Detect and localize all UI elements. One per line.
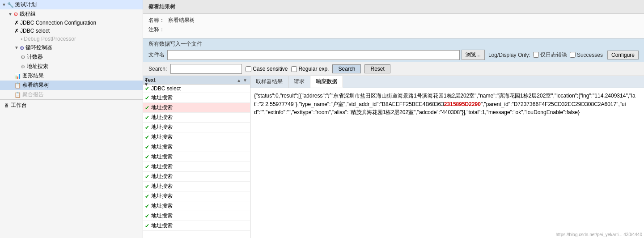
sidebar-item-label: JDBC select xyxy=(20,28,50,34)
sidebar-item-result-graph[interactable]: 📊 图形结果 xyxy=(0,71,143,81)
tree-item-label: 地址搜索 xyxy=(151,222,173,230)
tree-item[interactable]: ✔地址搜索 xyxy=(143,142,250,152)
title-bar: 察看结果树 xyxy=(143,0,644,14)
tab-request[interactable]: 请求 xyxy=(288,76,310,88)
tree-item[interactable]: ✔地址搜索 xyxy=(143,132,250,142)
spacer: ✗ xyxy=(14,28,19,34)
sidebar-item-test-plan[interactable]: ▼ 🔧 测试计划 xyxy=(0,0,143,9)
errors-checkbox-label[interactable]: 仅日志错误 xyxy=(533,51,567,59)
file-input[interactable] xyxy=(167,50,460,60)
toggle-icon[interactable]: ▼ xyxy=(14,45,19,50)
tree-header-text: Text xyxy=(145,77,236,83)
successes-checkbox[interactable] xyxy=(570,52,576,58)
chart-icon: 📊 xyxy=(14,73,21,79)
toggle-icon[interactable]: ▼ xyxy=(8,12,13,17)
tree-item-label: 地址搜索 xyxy=(151,104,173,111)
success-check-icon: ✔ xyxy=(145,115,149,121)
sidebar-item-label: 图形结果 xyxy=(22,72,44,80)
response-highlight: 2315895D2290 xyxy=(444,101,481,107)
tree-item-label: 地址搜索 xyxy=(151,192,173,200)
sidebar-item-loop-controller[interactable]: ▼ ⊕ 循环控制器 xyxy=(0,43,143,52)
sidebar-item-aggregate-report[interactable]: 📋 聚合报告 xyxy=(0,90,143,99)
toggle-icon[interactable]: ▼ xyxy=(2,2,6,7)
tree-item[interactable]: ✔JDBC select xyxy=(143,85,250,93)
sidebar: ▼ 🔧 测试计划 ▼ ⚙ 线程组 ✗ JDBC Connection Confi… xyxy=(0,0,143,238)
tree-item[interactable]: ✔地址搜索 xyxy=(143,93,250,103)
tree-item[interactable]: ✔地址搜索 xyxy=(143,103,250,113)
case-sensitive-checkbox[interactable] xyxy=(246,66,251,72)
workbench-item[interactable]: 🖥 工作台 xyxy=(0,99,143,111)
tree-items-container: ✔JDBC select✔地址搜索✔地址搜索✔地址搜索✔地址搜索✔地址搜索✔地址… xyxy=(143,85,250,231)
main-panel: 察看结果树 名称： 察看结果树 注释： 所有数据写入一个文件 文件名 浏览...… xyxy=(143,0,644,238)
list-icon: 📋 xyxy=(14,82,21,89)
tree-item[interactable]: ✔地址搜索 xyxy=(143,221,250,231)
tree-item[interactable]: ✔地址搜索 xyxy=(143,201,250,211)
errors-checkbox[interactable] xyxy=(533,52,539,58)
browse-button[interactable]: 浏览... xyxy=(462,50,485,60)
tree-item[interactable]: ✔地址搜索 xyxy=(143,152,250,162)
sidebar-item-jdbc-select[interactable]: ✗ JDBC select xyxy=(0,27,143,35)
split-panel: ▲ ▼ → Text ▲ ▼ ✔JDBC select✔地址搜索✔地址搜索✔地址… xyxy=(143,76,644,238)
workbench-icon: 🖥 xyxy=(4,102,9,109)
tree-item[interactable]: ✔地址搜索 xyxy=(143,113,250,123)
sidebar-item-address-search1[interactable]: ⚙ 地址搜索 xyxy=(0,62,143,71)
search-button[interactable]: Search xyxy=(332,64,361,73)
log-display-label: Log/Display Only: xyxy=(488,52,530,58)
configure-button[interactable]: Configure xyxy=(607,51,639,60)
name-row: 名称： 察看结果树 xyxy=(148,17,639,24)
counter-icon: ⚙ xyxy=(21,54,25,60)
tree-item-label: 地址搜索 xyxy=(151,153,173,161)
tree-item[interactable]: ✔地址搜索 xyxy=(143,162,250,172)
tree-item-label: 地址搜索 xyxy=(151,143,173,151)
sidebar-item-label: 地址搜索 xyxy=(27,63,48,70)
success-check-icon: ✔ xyxy=(145,154,149,160)
success-check-icon: ✔ xyxy=(145,213,149,219)
thread-icon: ⚙ xyxy=(13,11,18,17)
search-input[interactable] xyxy=(170,64,242,74)
form-section: 名称： 察看结果树 注释： xyxy=(143,14,644,38)
spacer: ▪ xyxy=(21,36,22,42)
tree-item-label: JDBC select xyxy=(151,85,181,92)
tab-sampler-result[interactable]: 取样器结果 xyxy=(250,76,288,88)
tree-item-label: 地址搜索 xyxy=(151,163,173,170)
success-check-icon: ✔ xyxy=(145,144,149,150)
success-check-icon: ✔ xyxy=(145,134,149,140)
reset-button[interactable]: Reset xyxy=(364,64,390,73)
case-sensitive-label[interactable]: Case sensitive xyxy=(246,66,288,72)
down-arrow-btn[interactable]: ▼ xyxy=(144,82,148,87)
log-section: Log/Display Only: 仅日志错误 Successes Config… xyxy=(488,51,639,60)
comment-row: 注释： xyxy=(148,26,639,34)
sidebar-item-label: 线程组 xyxy=(20,10,36,18)
success-check-icon: ✔ xyxy=(145,95,149,101)
up-arrow-btn[interactable]: ▲ xyxy=(144,77,148,82)
tree-item[interactable]: ✔地址搜索 xyxy=(143,172,250,182)
tree-item[interactable]: ✔地址搜索 xyxy=(143,182,250,191)
regular-exp-checkbox[interactable] xyxy=(291,66,297,72)
sidebar-item-debug-postprocessor[interactable]: ▪ Debug PostProcessor xyxy=(0,35,143,43)
file-row: 文件名 浏览... Log/Display Only: 仅日志错误 Succes… xyxy=(148,50,639,60)
comment-label: 注释： xyxy=(148,26,165,34)
sidebar-item-result-tree[interactable]: 📋 察看结果树 xyxy=(0,81,143,90)
tree-item-label: 地址搜索 xyxy=(151,183,173,190)
successes-label: Successes xyxy=(577,52,603,58)
sidebar-item-label: 测试计划 xyxy=(15,1,37,8)
tree-collapse-btn[interactable]: ▲ xyxy=(236,78,242,83)
sidebar-item-label: Debug PostProcessor xyxy=(24,36,76,42)
tree-panel: Text ▲ ▼ ✔JDBC select✔地址搜索✔地址搜索✔地址搜索✔地址搜… xyxy=(143,76,250,238)
sidebar-item-label: 聚合报告 xyxy=(22,91,44,98)
sidebar-item-thread-group[interactable]: ▼ ⚙ 线程组 xyxy=(0,9,143,19)
tabs-bar: 取样器结果 请求 响应数据 xyxy=(250,76,644,88)
tree-header: Text ▲ ▼ xyxy=(143,76,250,85)
sidebar-item-counter[interactable]: ⚙ 计数器 xyxy=(0,52,143,62)
successes-checkbox-label[interactable]: Successes xyxy=(570,52,603,58)
sidebar-item-jdbc-connection[interactable]: ✗ JDBC Connection Configuration xyxy=(0,19,143,27)
tree-item-label: 地址搜索 xyxy=(151,202,173,210)
tree-item[interactable]: ✔地址搜索 xyxy=(143,191,250,201)
sidebar-item-label: 计数器 xyxy=(27,53,43,61)
tab-response-data[interactable]: 响应数据 xyxy=(310,76,343,88)
regular-exp-label[interactable]: Regular exp. xyxy=(291,66,329,72)
tree-item[interactable]: ✔地址搜索 xyxy=(143,211,250,221)
tree-dropdown-btn[interactable]: ▼ xyxy=(242,78,248,83)
tree-item[interactable]: ✔地址搜索 xyxy=(143,123,250,132)
case-sensitive-text: Case sensitive xyxy=(253,66,288,72)
